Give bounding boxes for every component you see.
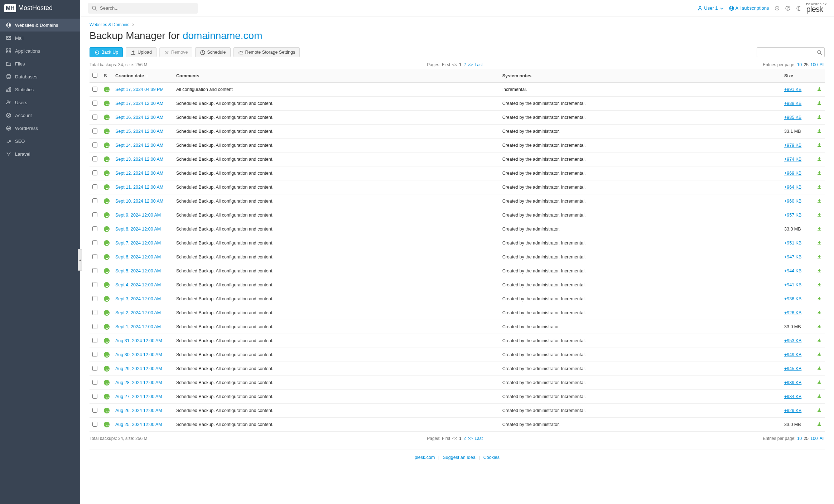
remove-button[interactable]: Remove (159, 47, 193, 57)
col-size[interactable]: Size (781, 69, 814, 83)
backup-date-link[interactable]: Sept 2, 2024 12:00 AM (115, 310, 161, 315)
size-link[interactable]: +957 KB (784, 213, 801, 218)
table-search-input[interactable] (759, 50, 817, 55)
download-icon[interactable] (816, 86, 822, 92)
brand-logo[interactable]: MH MostHosted (0, 0, 80, 16)
row-checkbox[interactable] (92, 184, 97, 189)
backup-date-link[interactable]: Sept 17, 2024 04:39 PM (115, 87, 164, 92)
backup-date-link[interactable]: Sept 7, 2024 12:00 AM (115, 241, 161, 246)
download-icon[interactable] (816, 393, 822, 399)
row-checkbox[interactable] (92, 254, 97, 259)
download-icon[interactable] (816, 407, 822, 413)
download-icon[interactable] (816, 184, 822, 189)
download-icon[interactable] (816, 100, 822, 106)
epp-all[interactable]: All (820, 62, 824, 67)
page-next-bottom[interactable]: >> (468, 436, 473, 441)
download-icon[interactable] (816, 170, 822, 175)
size-link[interactable]: +974 KB (784, 157, 801, 162)
backup-button[interactable]: Back Up (90, 47, 123, 57)
backup-date-link[interactable]: Aug 26, 2024 12:00 AM (115, 408, 162, 413)
download-icon[interactable] (816, 282, 822, 287)
backup-date-link[interactable]: Sept 4, 2024 12:00 AM (115, 282, 161, 287)
backup-date-link[interactable]: Sept 3, 2024 12:00 AM (115, 296, 161, 301)
sidebar-item-mail[interactable]: Mail (0, 32, 80, 44)
footer-suggest-link[interactable]: Suggest an Idea (443, 455, 476, 460)
page-2-bottom[interactable]: 2 (463, 436, 466, 441)
backup-date-link[interactable]: Aug 29, 2024 12:00 AM (115, 366, 162, 371)
size-link[interactable]: +988 KB (784, 101, 801, 106)
download-icon[interactable] (816, 365, 822, 371)
row-checkbox[interactable] (92, 101, 97, 106)
footer-plesk-link[interactable]: plesk.com (415, 455, 435, 460)
sidebar-collapse-handle[interactable]: ◂ (78, 249, 82, 271)
row-checkbox[interactable] (92, 240, 97, 245)
col-status[interactable]: S (101, 69, 112, 83)
backup-date-link[interactable]: Aug 25, 2024 12:00 AM (115, 422, 162, 427)
size-link[interactable]: +941 KB (784, 282, 801, 287)
backup-date-link[interactable]: Aug 30, 2024 12:00 AM (115, 352, 162, 357)
size-link[interactable]: +964 KB (784, 185, 801, 190)
backup-date-link[interactable]: Aug 27, 2024 12:00 AM (115, 394, 162, 399)
download-icon[interactable] (816, 226, 822, 231)
backup-date-link[interactable]: Sept 9, 2024 12:00 AM (115, 213, 161, 218)
backup-date-link[interactable]: Sept 5, 2024 12:00 AM (115, 268, 161, 273)
size-link[interactable]: +929 KB (784, 408, 801, 413)
backup-date-link[interactable]: Sept 1, 2024 12:00 AM (115, 324, 161, 329)
row-checkbox[interactable] (92, 366, 97, 371)
page-2[interactable]: 2 (463, 62, 466, 67)
size-link[interactable]: +985 KB (784, 115, 801, 120)
row-checkbox[interactable] (92, 324, 97, 329)
backup-date-link[interactable]: Sept 16, 2024 12:00 AM (115, 115, 163, 120)
size-link[interactable]: +960 KB (784, 199, 801, 204)
schedule-button[interactable]: Schedule (195, 47, 230, 57)
sidebar-item-laravel[interactable]: Laravel (0, 147, 80, 160)
row-checkbox[interactable] (92, 129, 97, 134)
col-system-notes[interactable]: System notes (500, 69, 781, 83)
backup-date-link[interactable]: Sept 8, 2024 12:00 AM (115, 227, 161, 232)
sidebar-item-websites-domains[interactable]: Websites & Domains (0, 19, 80, 32)
download-icon[interactable] (816, 198, 822, 203)
row-checkbox[interactable] (92, 212, 97, 217)
backup-date-link[interactable]: Sept 14, 2024 12:00 AM (115, 143, 163, 148)
row-checkbox[interactable] (92, 226, 97, 231)
breadcrumb-link[interactable]: Websites & Domains (90, 22, 129, 27)
row-checkbox[interactable] (92, 310, 97, 315)
col-comments[interactable]: Comments (173, 69, 500, 83)
download-icon[interactable] (816, 352, 822, 357)
help-icon[interactable] (785, 5, 791, 11)
sidebar-item-files[interactable]: Files (0, 57, 80, 70)
table-search[interactable] (757, 47, 825, 57)
row-checkbox[interactable] (92, 170, 97, 175)
row-checkbox[interactable] (92, 115, 97, 120)
page-next[interactable]: >> (468, 62, 473, 67)
row-checkbox[interactable] (92, 394, 97, 399)
size-link[interactable]: +936 KB (784, 296, 801, 301)
row-checkbox[interactable] (92, 87, 97, 92)
backup-date-link[interactable]: Sept 12, 2024 12:00 AM (115, 171, 163, 176)
download-icon[interactable] (816, 421, 822, 427)
epp-10[interactable]: 10 (797, 62, 802, 67)
download-icon[interactable] (816, 310, 822, 315)
sidebar-item-users[interactable]: Users (0, 96, 80, 109)
download-icon[interactable] (816, 212, 822, 217)
backup-date-link[interactable]: Sept 13, 2024 12:00 AM (115, 157, 163, 162)
select-all-checkbox[interactable] (92, 73, 97, 78)
size-link[interactable]: +979 KB (784, 143, 801, 148)
row-checkbox[interactable] (92, 282, 97, 287)
sidebar-item-databases[interactable]: Databases (0, 70, 80, 83)
download-icon[interactable] (816, 324, 822, 329)
backup-date-link[interactable]: Sept 10, 2024 12:00 AM (115, 199, 163, 204)
row-checkbox[interactable] (92, 408, 97, 413)
download-icon[interactable] (816, 128, 822, 134)
sidebar-item-applications[interactable]: Applications (0, 44, 80, 57)
row-checkbox[interactable] (92, 352, 97, 357)
size-link[interactable]: +934 KB (784, 394, 801, 399)
size-link[interactable]: +945 KB (784, 366, 801, 371)
row-checkbox[interactable] (92, 156, 97, 161)
backup-date-link[interactable]: Sept 6, 2024 12:00 AM (115, 255, 161, 260)
global-search[interactable] (88, 3, 198, 14)
download-icon[interactable] (816, 296, 822, 301)
sidebar-item-account[interactable]: Account (0, 109, 80, 122)
backup-date-link[interactable]: Sept 11, 2024 12:00 AM (115, 185, 163, 190)
size-link[interactable]: +969 KB (784, 171, 801, 176)
